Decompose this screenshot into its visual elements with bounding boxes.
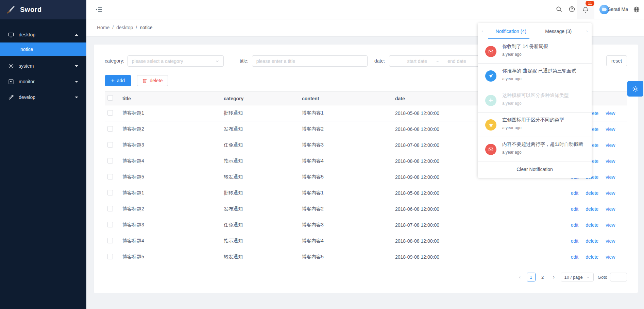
row-checkbox[interactable]: [107, 174, 113, 179]
help-icon[interactable]: [569, 6, 575, 13]
row-checkbox[interactable]: [107, 222, 113, 227]
username[interactable]: Serati Ma: [608, 6, 628, 12]
view-link[interactable]: view: [606, 142, 615, 148]
sidebar-item-label: desktop: [19, 32, 75, 37]
delete-link[interactable]: delete: [586, 190, 598, 196]
topbar: 11 Serati Ma: [86, 0, 644, 19]
category-select[interactable]: please select a category: [128, 55, 224, 67]
table-row: 博客标题2 发布通知 博客内容2 2018-06-08 12:00:00 edi…: [105, 201, 627, 217]
title-label: title:: [240, 55, 249, 67]
view-link[interactable]: view: [606, 126, 615, 132]
view-link[interactable]: view: [606, 222, 615, 228]
notifications-button[interactable]: 11: [577, 0, 594, 19]
sidebar-item-desktop[interactable]: desktop: [0, 27, 86, 42]
row-checkbox[interactable]: [107, 206, 113, 211]
breadcrumb: Home/desktop/notice: [97, 25, 153, 30]
row-checkbox[interactable]: [107, 142, 113, 148]
col-title: title: [120, 92, 221, 105]
table-row: 博客标题3 任免通知 博客内容3 2018-07-08 12:00:00 edi…: [105, 217, 627, 233]
sidebar-item-label: develop: [19, 95, 75, 100]
notification-item[interactable]: + 这种模板可以区分多种通知类型 a year ago: [478, 88, 592, 113]
title-input-field[interactable]: [256, 58, 363, 64]
row-checkbox[interactable]: [107, 126, 113, 132]
mail-icon: [485, 46, 496, 57]
select-all-checkbox[interactable]: [107, 95, 113, 101]
goto-page-input[interactable]: [610, 273, 627, 281]
notification-item[interactable]: 你收到了 14 份新周报 a year ago: [478, 39, 592, 64]
start-date-placeholder: start date: [407, 58, 427, 64]
view-link[interactable]: view: [606, 110, 615, 116]
sword-logo-icon: [6, 5, 15, 14]
breadcrumb-current: notice: [140, 25, 152, 30]
notification-item[interactable]: 你推荐的 曲妮妮 已通过第三轮面试 a year ago: [478, 64, 592, 88]
theme-settings-button[interactable]: [627, 81, 643, 97]
language-globe-icon[interactable]: [633, 6, 640, 13]
sidebar: Sword desktop notice system: [0, 0, 86, 309]
view-link[interactable]: view: [606, 174, 615, 180]
tabs-prev-icon[interactable]: ‹: [478, 29, 487, 34]
pagination: ‹ 1 2 › 10 / page Goto: [105, 273, 627, 281]
date-range-input[interactable]: start date ~ end date: [389, 55, 484, 67]
search-icon[interactable]: [556, 6, 562, 13]
sidebar-item-develop[interactable]: develop: [0, 89, 86, 105]
edit-link[interactable]: edit: [571, 254, 579, 260]
app-logo[interactable]: Sword: [0, 0, 86, 19]
page-size-select[interactable]: 10 / page: [561, 273, 594, 281]
edit-link[interactable]: edit: [571, 222, 579, 228]
notification-item[interactable]: 内容不要超过两行字，超出时自动截断 a year ago: [478, 137, 592, 161]
sidebar-collapse-icon[interactable]: [95, 6, 103, 13]
date-label: date:: [374, 55, 385, 67]
delete-link[interactable]: delete: [586, 206, 598, 212]
add-button[interactable]: + add: [105, 75, 131, 86]
clear-notification-button[interactable]: Clear Notification: [478, 161, 592, 177]
view-link[interactable]: view: [606, 158, 615, 164]
sidebar-item-monitor[interactable]: monitor: [0, 74, 86, 89]
view-link[interactable]: view: [606, 190, 615, 196]
row-checkbox[interactable]: [107, 158, 113, 164]
tab-message[interactable]: Message (3): [535, 28, 582, 34]
delete-link[interactable]: delete: [586, 254, 598, 260]
delete-button[interactable]: delete: [137, 75, 168, 86]
chevron-down-icon: [75, 81, 78, 83]
chart-icon: [8, 79, 14, 85]
reset-button[interactable]: reset: [606, 55, 627, 66]
sidebar-item-label: system: [19, 63, 75, 69]
view-link[interactable]: view: [606, 238, 615, 244]
table-row: 博客标题1 批转通知 博客内容1 2018-05-08 12:00:00 edi…: [105, 185, 627, 201]
bell-icon: [582, 6, 589, 13]
sidebar-item-label: monitor: [19, 79, 75, 84]
chevron-down-icon: [75, 65, 78, 67]
row-checkbox[interactable]: [107, 238, 113, 243]
delete-link[interactable]: delete: [586, 222, 598, 228]
prev-page-icon[interactable]: ‹: [516, 273, 524, 281]
delete-link[interactable]: delete: [586, 238, 598, 244]
wrench-icon: [8, 95, 14, 100]
notification-item[interactable]: 左侧图标用于区分不同的类型 a year ago: [478, 113, 592, 137]
edit-link[interactable]: edit: [571, 190, 579, 196]
view-link[interactable]: view: [606, 254, 615, 260]
chevron-up-icon: [75, 34, 78, 36]
next-page-icon[interactable]: ›: [550, 273, 558, 281]
breadcrumb-home[interactable]: Home: [97, 25, 109, 30]
tabs-next-icon[interactable]: ›: [582, 29, 592, 34]
sidebar-item-system[interactable]: system: [0, 58, 86, 74]
view-link[interactable]: view: [606, 206, 615, 212]
edit-link[interactable]: edit: [571, 238, 579, 244]
end-date-placeholder: end date: [447, 58, 466, 64]
page-1-button[interactable]: 1: [527, 273, 536, 281]
chevron-down-icon: [586, 275, 590, 279]
date-range-separator: ~: [436, 58, 439, 64]
sidebar-menu: desktop notice system monitor: [0, 19, 86, 105]
chevron-down-icon: [75, 97, 78, 98]
col-content: content: [299, 92, 392, 105]
row-checkbox[interactable]: [107, 254, 113, 259]
row-checkbox[interactable]: [107, 110, 113, 116]
row-checkbox[interactable]: [107, 190, 113, 195]
title-input[interactable]: [252, 55, 368, 67]
tab-notification[interactable]: Notification (4): [487, 28, 535, 34]
edit-link[interactable]: edit: [571, 206, 579, 212]
page-2-button[interactable]: 2: [538, 273, 547, 281]
breadcrumb-desktop[interactable]: desktop: [116, 25, 133, 30]
app-title: Sword: [20, 6, 42, 14]
sidebar-item-notice[interactable]: notice: [0, 42, 86, 56]
